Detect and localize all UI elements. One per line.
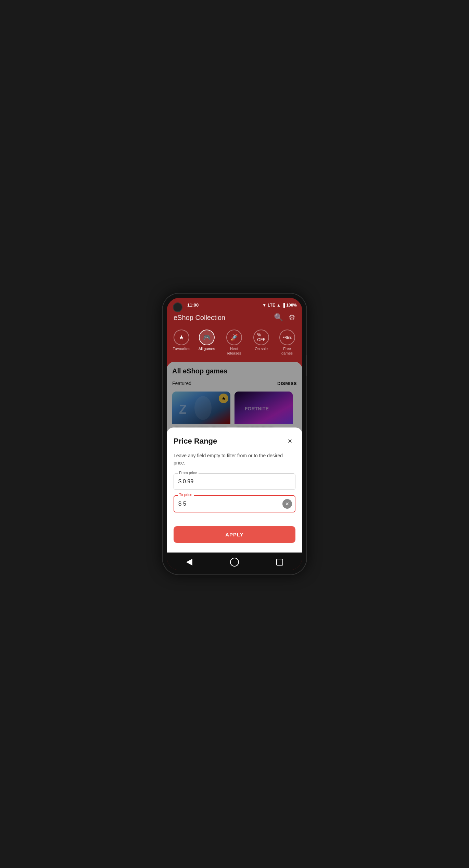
free-games-label: Free games: [277, 347, 297, 356]
tab-next-releases[interactable]: 🚀 Next releases: [220, 327, 248, 358]
tab-free-games[interactable]: FREE Free games: [275, 327, 300, 358]
search-icon[interactable]: 🔍: [274, 313, 283, 322]
modal-close-button[interactable]: ×: [284, 436, 295, 447]
status-bar: 11:00 ▼ LTE ▲ ▐ 100%: [167, 298, 302, 310]
modal-header: Price Range ×: [174, 436, 295, 447]
bottom-nav: [167, 553, 302, 570]
to-price-group: To price $ ✕: [174, 495, 295, 512]
price-range-modal: Price Range × Leave any field empty to f…: [167, 427, 302, 553]
free-games-icon: FREE: [279, 330, 295, 345]
from-price-input[interactable]: [174, 473, 295, 490]
app-title: eShop Collection: [174, 314, 225, 322]
from-price-prefix: $: [178, 479, 181, 485]
app-header: eShop Collection 🔍 ⚙: [167, 310, 302, 326]
home-icon: [230, 558, 239, 567]
modal-title: Price Range: [174, 437, 217, 446]
main-content: All eShop games Featured DISMISS: [167, 362, 302, 553]
side-button: [306, 355, 306, 376]
header-icons: 🔍 ⚙: [274, 313, 295, 322]
home-button[interactable]: [228, 556, 241, 568]
phone-frame: 11:00 ▼ LTE ▲ ▐ 100% eShop Collection 🔍 …: [163, 294, 306, 574]
status-time: 11:00: [187, 302, 199, 308]
modal-overlay: Price Range × Leave any field empty to f…: [167, 362, 302, 553]
all-games-icon: 🎮: [199, 330, 215, 345]
from-price-group: From price $: [174, 473, 295, 490]
all-games-label: All games: [199, 347, 215, 351]
to-price-input[interactable]: [174, 495, 295, 512]
apply-button[interactable]: APPLY: [174, 526, 295, 543]
battery-label: 100%: [286, 303, 297, 308]
favourites-label: Favourites: [173, 347, 190, 351]
to-price-prefix: $: [178, 501, 181, 507]
phone-screen: 11:00 ▼ LTE ▲ ▐ 100% eShop Collection 🔍 …: [167, 298, 302, 570]
on-sale-icon: %OFF: [253, 330, 269, 345]
back-button[interactable]: [183, 556, 195, 568]
back-icon: [186, 559, 192, 566]
settings-icon[interactable]: ⚙: [289, 313, 295, 322]
tab-all-games[interactable]: 🎮 All games: [195, 327, 219, 358]
recents-button[interactable]: [274, 556, 286, 568]
tab-on-sale[interactable]: %OFF On sale: [249, 327, 273, 358]
to-price-label: To price: [178, 493, 194, 497]
camera: [173, 302, 182, 312]
tab-favourites[interactable]: ★ Favourites: [169, 327, 193, 358]
recents-icon: [276, 559, 283, 566]
battery-icon: ▐: [282, 303, 285, 308]
from-price-label: From price: [178, 471, 199, 475]
favourites-icon: ★: [174, 330, 189, 345]
wifi-icon: ▼: [262, 303, 266, 308]
next-releases-label: Next releases: [223, 347, 245, 356]
modal-description: Leave any field empty to filter from or …: [174, 452, 295, 467]
status-right: ▼ LTE ▲ ▐ 100%: [262, 303, 297, 308]
to-price-clear-button[interactable]: ✕: [282, 499, 292, 509]
signal-icon: ▲: [277, 303, 281, 308]
next-releases-icon: 🚀: [226, 330, 242, 345]
on-sale-label: On sale: [255, 347, 268, 351]
nav-tabs: ★ Favourites 🎮 All games 🚀 Next releases…: [167, 326, 302, 362]
lte-label: LTE: [268, 303, 275, 308]
